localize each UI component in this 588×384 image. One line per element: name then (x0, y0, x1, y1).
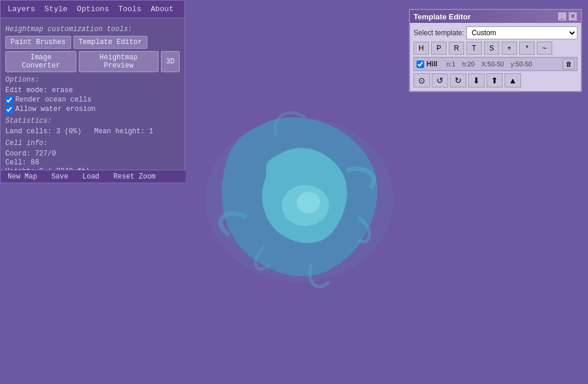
template-editor-button[interactable]: Template Editor (73, 36, 147, 49)
te-btn-t[interactable]: T (466, 42, 482, 55)
section-title: Heightmap customization tools: (5, 25, 180, 33)
cell-label: Cell: 88 (5, 159, 180, 167)
render-ocean-line: Render ocean cells (5, 96, 180, 104)
new-map-button[interactable]: New Map (1, 171, 44, 182)
te-minimize-button[interactable]: _ (557, 12, 567, 21)
te-btn-tilde[interactable]: ~ (537, 42, 552, 55)
te-close-button[interactable]: ✕ (568, 12, 577, 21)
btn-row-2: Image Converter Heightmap Preview 3D (5, 51, 180, 72)
te-btn-star[interactable]: * (519, 42, 535, 55)
action-up-button[interactable]: ⬆ (486, 73, 503, 87)
action-redo-button[interactable]: ↻ (450, 73, 466, 87)
svg-point-4 (297, 192, 320, 213)
menu-bar: Layers Style Options Tools About (1, 1, 184, 18)
render-ocean-checkbox[interactable] (5, 96, 13, 104)
land-cells-label: Land cells: 3 (0%) Mean height: 1 (5, 127, 180, 136)
template-select[interactable]: Custom Default Islands Continents (466, 26, 577, 39)
template-editor: Template Editor _ ✕ Select template: Cus… (409, 9, 582, 92)
menu-style[interactable]: Style (40, 4, 72, 15)
layer-y: y:50-50 (510, 60, 532, 68)
te-btn-r[interactable]: R (449, 42, 464, 55)
panel-content: Heightmap customization tools: Paint Bru… (1, 18, 184, 180)
action-refresh-button[interactable]: ⊙ (414, 73, 430, 87)
save-button[interactable]: Save (44, 171, 75, 182)
image-converter-button[interactable]: Image Converter (5, 51, 76, 72)
select-template-row: Select template: Custom Default Islands … (414, 26, 577, 39)
te-title-buttons: _ ✕ (557, 12, 577, 21)
allow-water-line: Allow water erosion (5, 105, 180, 113)
layer-checkbox[interactable] (416, 60, 424, 68)
menu-layers[interactable]: Layers (3, 4, 40, 15)
statistics-title: Statistics: (5, 117, 180, 125)
load-button[interactable]: Load (75, 171, 106, 182)
allow-water-checkbox[interactable] (5, 106, 13, 113)
layer-delete-button[interactable]: 🗑 (563, 59, 574, 69)
te-btn-h[interactable]: H (414, 42, 429, 55)
3d-button[interactable]: 3D (161, 51, 180, 72)
bottom-bar: New Map Save Load Reset Zoom (1, 170, 186, 183)
select-template-label: Select template: (414, 29, 464, 37)
layer-row: Hill n:1 h:20 X:50-50 y:50-50 🗑 (414, 57, 577, 71)
action-undo-button[interactable]: ↺ (432, 73, 448, 87)
template-editor-title: Template Editor (414, 12, 471, 21)
reset-zoom-button[interactable]: Reset Zoom (106, 171, 163, 182)
edit-mode-label: Edit mode: erase (5, 86, 180, 95)
render-ocean-label: Render ocean cells (15, 96, 92, 104)
te-btn-plus[interactable]: + (502, 42, 517, 55)
statistics-section: Statistics: Land cells: 3 (0%) Mean heig… (5, 117, 180, 136)
layer-name: Hill (426, 60, 444, 68)
heightmap-preview-button[interactable]: Heightmap Preview (79, 51, 158, 72)
menu-tools[interactable]: Tools (113, 4, 146, 15)
options-title: Options: (5, 76, 180, 84)
layer-n: n:1 (446, 60, 455, 68)
layer-x: X:50-50 (481, 60, 504, 68)
options-section: Options: Edit mode: erase Render ocean c… (5, 76, 180, 113)
action-buttons-row: ⊙ ↺ ↻ ⬇ ⬆ ▲ (414, 73, 577, 87)
left-panel: Layers Style Options Tools About Heightm… (0, 0, 185, 183)
menu-options[interactable]: Options (72, 4, 114, 15)
type-buttons-row: H P R T S + * ~ (414, 42, 577, 55)
menu-about[interactable]: About (146, 4, 178, 15)
allow-water-label: Allow water erosion (15, 105, 96, 113)
coord-label: Coord: 727/0 (5, 150, 180, 158)
te-body: Select template: Custom Default Islands … (410, 23, 581, 91)
te-btn-p[interactable]: P (431, 42, 446, 55)
layer-h: h:20 (462, 60, 475, 68)
paint-brushes-button[interactable]: Paint Brushes (5, 36, 71, 49)
cell-info-title: Cell info: (5, 139, 180, 147)
action-top-button[interactable]: ▲ (505, 73, 521, 87)
action-down-button[interactable]: ⬇ (468, 73, 485, 87)
btn-row-1: Paint Brushes Template Editor (5, 36, 180, 49)
template-editor-titlebar: Template Editor _ ✕ (410, 10, 581, 23)
te-btn-s[interactable]: S (484, 42, 499, 55)
